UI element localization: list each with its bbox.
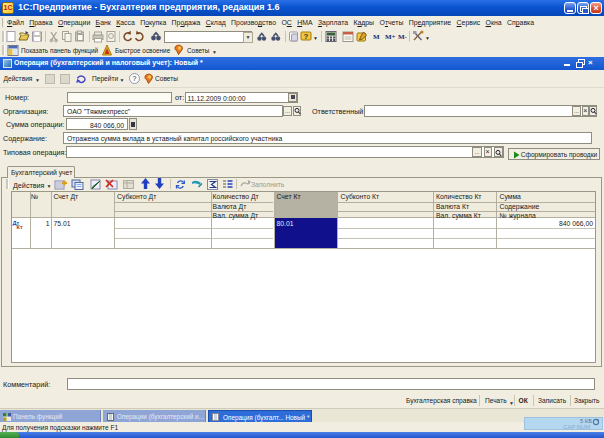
svg-text:?: ?	[304, 32, 309, 41]
